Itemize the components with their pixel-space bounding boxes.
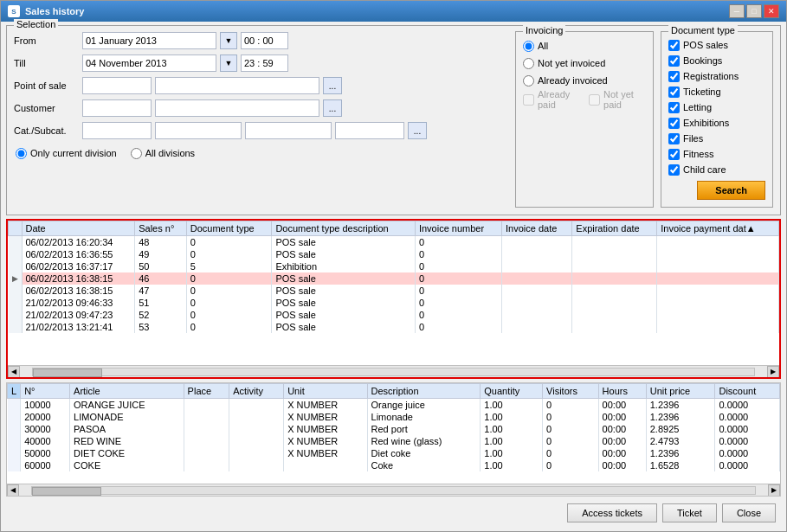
cell-unit: X NUMBER — [284, 399, 367, 412]
not-yet-paid-checkbox[interactable] — [589, 94, 600, 106]
customer-browse-button[interactable]: ... — [323, 99, 342, 117]
cell-inv-pay — [657, 272, 779, 285]
sales-table-hscrollbar[interactable]: ◀ ▶ — [8, 365, 779, 377]
cell-discount: 0.0000 — [715, 411, 780, 423]
cell-article: LIMONADE — [70, 411, 184, 423]
letting-label: Letting — [683, 102, 712, 112]
sales-table-row[interactable]: 21/02/2013 13:21:41 53 0 POS sale 0 — [9, 321, 779, 333]
selection-label: Selection — [14, 19, 58, 29]
till-time-input[interactable] — [241, 54, 288, 72]
maximize-button[interactable]: □ — [746, 4, 762, 18]
customer-input-1[interactable] — [82, 99, 152, 117]
only-current-division-radio[interactable]: Only current division — [16, 148, 117, 159]
sales-table-section: Date Sales n° Document type Document typ… — [6, 219, 781, 379]
detail-table-wrapper[interactable]: L N° Article Place Activity Unit Descrip… — [7, 383, 780, 484]
detail-table-hscrollbar[interactable]: ◀ ▶ — [7, 484, 780, 496]
cell-unit-price: 1.2396 — [646, 411, 715, 423]
invoicing-all-label: All — [538, 41, 548, 51]
from-time-input[interactable] — [241, 32, 288, 49]
invoicing-all-radio[interactable] — [523, 41, 534, 52]
till-date-input[interactable] — [82, 54, 216, 72]
scroll-left-arrow[interactable]: ◀ — [8, 366, 20, 378]
cell-description: Limonade — [367, 411, 481, 423]
pos-input-1[interactable] — [82, 77, 152, 94]
childcare-checkbox[interactable] — [668, 164, 680, 176]
detail-table-row[interactable]: 30000 PASOA X NUMBER Red port 1.00 0 00:… — [8, 423, 780, 435]
col-hours: Hours — [598, 384, 646, 399]
cat-browse-button[interactable]: ... — [408, 122, 427, 139]
invoicing-section: Invoicing All Not yet invoiced Already i… — [515, 31, 654, 208]
col-article: Article — [70, 384, 184, 399]
search-button[interactable]: Search — [697, 181, 765, 200]
detail-table-row[interactable]: 10000 ORANGE JUICE X NUMBER Orange juice… — [8, 399, 780, 412]
close-button[interactable]: Close — [722, 503, 776, 522]
sales-table-row[interactable]: 06/02/2013 16:38:15 47 0 POS sale 0 — [9, 285, 779, 297]
cat-input-3[interactable] — [245, 122, 332, 139]
cat-input-4[interactable] — [335, 122, 404, 139]
access-tickets-button[interactable]: Access tickets — [567, 503, 657, 522]
till-date-calendar-button[interactable]: ▼ — [220, 54, 237, 72]
sales-table-row[interactable]: 21/02/2013 09:46:33 51 0 POS sale 0 — [9, 297, 779, 309]
col-description: Description — [367, 384, 481, 399]
bookings-checkbox[interactable] — [668, 55, 680, 67]
ticketing-checkbox[interactable] — [668, 87, 680, 98]
cell-exp-date — [572, 285, 657, 297]
cell-hours: 00:00 — [598, 399, 646, 412]
detail-scroll-right[interactable]: ▶ — [768, 484, 780, 497]
col-sales-n: Sales n° — [135, 221, 187, 236]
minimize-button[interactable]: ─ — [729, 4, 745, 18]
cell-activity — [229, 435, 284, 447]
registrations-label: Registrations — [683, 71, 739, 81]
letting-checkbox[interactable] — [668, 102, 680, 113]
detail-table-row[interactable]: 20000 LIMONADE X NUMBER Limonade 1.00 0 … — [8, 411, 780, 423]
detail-table-row[interactable]: 60000 COKE Coke 1.00 0 00:00 1.6528 0.00… — [8, 459, 780, 471]
pos-input-2[interactable] — [155, 77, 319, 94]
scroll-right-arrow[interactable]: ▶ — [767, 366, 779, 378]
cell-sales-n: 50 — [135, 260, 187, 272]
pos-browse-button[interactable]: ... — [323, 77, 342, 94]
detail-table-row[interactable]: 40000 RED WINE X NUMBER Red wine (glass)… — [8, 435, 780, 447]
cell-inv-date — [502, 297, 572, 309]
cat-input-2[interactable] — [155, 122, 242, 139]
from-date-calendar-button[interactable]: ▼ — [220, 32, 237, 49]
cell-sales-n: 51 — [135, 297, 187, 309]
sales-table-row[interactable]: 06/02/2013 16:20:34 48 0 POS sale 0 — [9, 236, 779, 249]
pos-sales-checkbox[interactable] — [668, 40, 680, 51]
from-date-input[interactable] — [82, 32, 216, 49]
row-arrow — [9, 321, 23, 333]
files-checkbox[interactable] — [668, 133, 680, 144]
already-paid-checkbox[interactable] — [523, 94, 534, 106]
invoicing-already-radio[interactable] — [523, 75, 534, 87]
customer-input-2[interactable] — [155, 99, 319, 117]
cell-visitors: 0 — [543, 399, 599, 412]
detail-table-row[interactable]: 50000 DIET COKE X NUMBER Diet coke 1.00 … — [8, 447, 780, 459]
ticket-button[interactable]: Ticket — [662, 503, 717, 522]
sales-table-row[interactable]: ▶ 06/02/2013 16:38:15 46 0 POS sale 0 — [9, 272, 779, 285]
sales-table-row[interactable]: 06/02/2013 16:36:55 49 0 POS sale 0 — [9, 248, 779, 260]
sales-table-wrapper[interactable]: Date Sales n° Document type Document typ… — [8, 221, 779, 365]
col-discount: Discount — [715, 384, 780, 399]
sales-table-row[interactable]: 06/02/2013 16:37:17 50 5 Exhibition 0 — [9, 260, 779, 272]
cell-quantity: 1.00 — [481, 423, 543, 435]
cell-description: Red port — [367, 423, 481, 435]
cat-input-1[interactable] — [82, 122, 152, 139]
fitness-checkbox[interactable] — [668, 149, 680, 160]
close-window-button[interactable]: ✕ — [764, 4, 779, 18]
sales-table-row[interactable]: 21/02/2013 09:47:23 52 0 POS sale 0 — [9, 309, 779, 321]
cell-date: 06/02/2013 16:38:15 — [22, 285, 135, 297]
cell-l — [8, 459, 21, 471]
pos-label: Point of sale — [14, 80, 79, 91]
exhibitions-label: Exhibitions — [683, 118, 729, 128]
invoicing-not-yet-radio[interactable] — [523, 58, 534, 69]
cell-l — [8, 411, 21, 423]
cell-doc-type: 0 — [186, 285, 272, 297]
all-divisions-radio[interactable]: All divisions — [131, 148, 195, 159]
registrations-checkbox[interactable] — [668, 71, 680, 82]
cell-sales-n: 49 — [135, 248, 187, 260]
col-exp-date: Expiration date — [572, 221, 657, 236]
cell-n: 40000 — [21, 435, 70, 447]
detail-scroll-left[interactable]: ◀ — [7, 484, 19, 497]
exhibitions-checkbox[interactable] — [668, 118, 680, 129]
cell-hours: 00:00 — [598, 447, 646, 459]
cell-inv-num: 0 — [415, 248, 501, 260]
